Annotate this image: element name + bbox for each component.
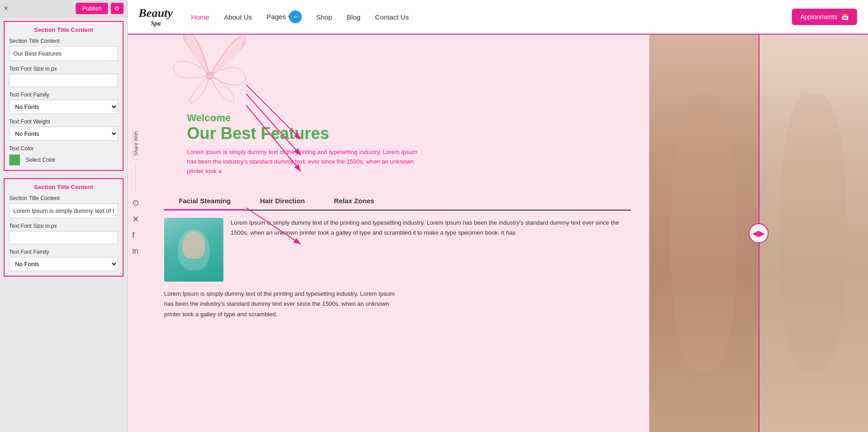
font-weight-select-1[interactable]: No Fonts Bold Normal [9,127,118,141]
tab-hair-direction[interactable]: Hair Direction [245,192,319,210]
color-swatch-1[interactable] [9,154,20,165]
appointment-label: Appionments [800,13,837,21]
nav-links: Home About Us Pages ▾ ✏ Shop Blog Contac… [191,10,792,23]
panel-1-title: Section Title Content [9,26,118,33]
social-icons: ⊙ ✕ f in [128,194,144,260]
share-with-text: Share With [133,128,139,159]
welcome-text: Welcome [187,112,631,124]
content-right: ◀▶ [649,35,868,432]
nav-home[interactable]: Home [191,13,209,21]
instagram-icon[interactable]: ⊙ [132,198,139,208]
tab-facial-steaming[interactable]: Facial Steaming [164,192,245,211]
nav-pages[interactable]: Pages ▾ ✏ [267,10,302,23]
tabs-bar: Facial Steaming Hair Direction Relax Zon… [164,192,631,211]
panel-2: Section Title Content Section Title Cont… [4,178,124,277]
content-left: Share With ⊙ ✕ f in [128,35,649,432]
font-family-label-2: Text Font Family [9,249,118,255]
edit-icon[interactable]: ✏ [289,10,302,23]
tab-content-area: Lorem Ipsum is simply dummy text of the … [164,218,631,282]
page-content: Share With ⊙ ✕ f in [128,35,868,432]
nav-shop[interactable]: Shop [316,13,332,21]
font-size-label-2: Text Font Size in px [9,223,118,229]
font-size-input-2[interactable] [9,231,118,244]
section-title-label-1: Section Title Content [9,38,118,44]
facebook-icon[interactable]: f [132,231,139,240]
close-button[interactable]: × [4,4,9,13]
main-area: Beauty Spa Home About Us Pages ▾ ✏ Shop … [128,0,868,432]
navbar: Beauty Spa Home About Us Pages ▾ ✏ Shop … [128,0,868,35]
tab-relax-zones[interactable]: Relax Zones [320,192,389,210]
publish-button[interactable]: Publish [76,3,108,14]
bottom-paragraph: Lorem Ipsum is simply dummy text of the … [164,289,401,319]
tabs-section: Facial Steaming Hair Direction Relax Zon… [146,192,631,319]
flower-decoration [164,35,255,121]
logo: Beauty Spa [139,7,173,27]
tab-content-text: Lorem Ipsum is simply dummy text of the … [231,218,631,238]
section-title-input-2[interactable] [9,203,118,218]
font-size-input-1[interactable] [9,74,118,87]
font-family-label-1: Text Font Family [9,92,118,98]
text-color-label-1: Text Color [9,145,118,152]
font-family-select-1[interactable]: No Fonts Arial Georgia [9,100,118,114]
linkedin-icon[interactable]: in [132,247,139,256]
nav-about[interactable]: About Us [224,13,252,21]
calendar-icon: 📅 [841,13,849,21]
nav-contact[interactable]: Contact Us [375,13,409,21]
spa-main-image: ◀▶ [649,35,868,432]
font-weight-label-1: Text Font Weight [9,118,118,125]
panel-2-title: Section Title Content [9,184,118,190]
face-image-left [649,35,759,432]
section-title-label-2: Section Title Content [9,195,118,201]
gear-button[interactable]: ⚙ [111,3,124,14]
font-size-label-1: Text Font Size in px [9,66,118,72]
tab-image [164,218,223,282]
main-title: Our Best Features [187,124,631,143]
face-image-right [759,35,868,432]
twitter-icon[interactable]: ✕ [132,214,139,224]
font-family-select-2[interactable]: No Fonts Arial Georgia [9,257,118,271]
color-row-1: Select Color [9,154,118,165]
section-title-input-1[interactable] [9,46,118,61]
appointment-button[interactable]: Appionments 📅 [792,9,857,25]
nav-blog[interactable]: Blog [347,13,361,21]
description-text: Lorem Ipsum is simply dummy text of the … [187,148,424,176]
left-panel: × Publish ⚙ Section Title Content Sectio… [0,0,128,432]
image-slider-button[interactable]: ◀▶ [749,223,769,243]
panel-1: Section Title Content Section Title Cont… [4,21,124,171]
share-sidebar: Share With ⊙ ✕ f in [128,128,144,260]
top-bar: × Publish ⚙ [0,0,127,17]
select-color-button-1[interactable]: Select Color [24,156,57,164]
